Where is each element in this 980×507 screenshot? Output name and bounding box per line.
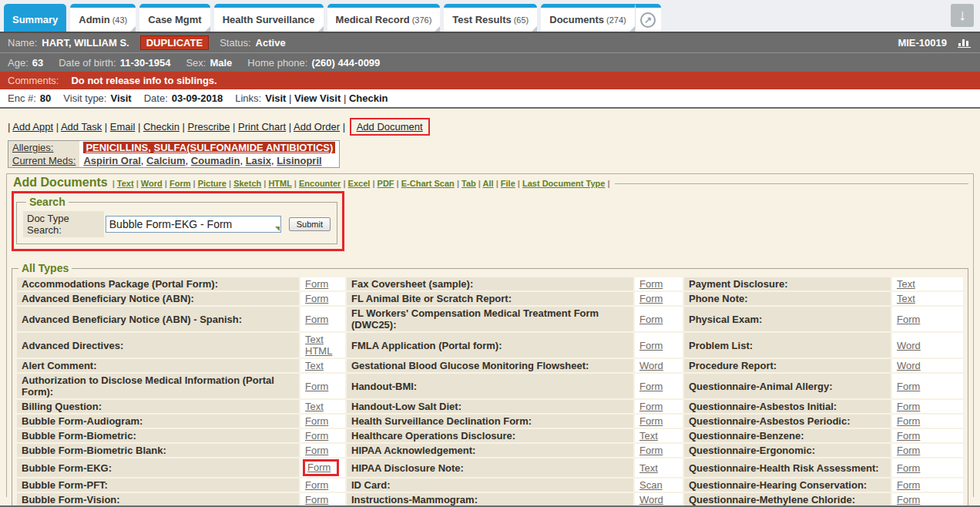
medication-link-lisinopril[interactable]: Lisinopril — [277, 155, 322, 166]
questionnaire-animal-allergy-form-link[interactable]: Form — [897, 381, 920, 392]
physical-exam-form-link[interactable]: Form — [897, 314, 920, 325]
quick-link-print-chart[interactable]: Print Chart — [238, 121, 286, 133]
quick-link-add-document[interactable]: Add Document — [357, 121, 423, 133]
doc-type-actions: Form — [300, 478, 345, 492]
billing-question-text-link[interactable]: Text — [305, 401, 324, 412]
doc-type-link-encounter[interactable]: Encounter — [299, 179, 341, 188]
encounter-link-view-visit[interactable]: View Visit — [294, 92, 341, 104]
quick-link-checkin[interactable]: Checkin — [143, 121, 180, 133]
doc-type-link-picture[interactable]: Picture — [198, 179, 227, 188]
bubble-form-pft-form-link[interactable]: Form — [305, 479, 328, 491]
duplicate-badge[interactable]: DUPLICATE — [140, 35, 209, 50]
quick-link-add-appt[interactable]: Add Appt — [12, 121, 53, 133]
doc-type-label: Advanced Directives: — [17, 333, 299, 358]
doc-type-link-all[interactable]: All — [483, 179, 494, 188]
doc-type-link-e-chart-scan[interactable]: E-Chart Scan — [401, 179, 455, 188]
add-documents-header: Add Documents | Text | Word | Form | Pic… — [13, 176, 968, 190]
hipaa-disclosure-note-text-link[interactable]: Text — [639, 462, 658, 474]
advanced-directives-text-link[interactable]: Text — [305, 334, 341, 345]
medication-link-lasix[interactable]: Lasix — [246, 155, 271, 166]
current-meds-link[interactable]: Current Meds: — [12, 155, 76, 166]
questionnaire-methylene-chloride-form-link[interactable]: Form — [897, 494, 920, 505]
questionnaire-health-risk-assessment-form-link[interactable]: Form — [897, 462, 920, 474]
header-rule — [615, 183, 968, 184]
doc-type-link-html[interactable]: HTML — [268, 179, 291, 188]
submit-button[interactable]: Submit — [289, 217, 331, 231]
allergy-link-penicillins[interactable]: PENICILLINS — [86, 142, 148, 153]
fmla-application-portal-form-form-link[interactable]: Form — [639, 340, 663, 351]
healthcare-operations-disclosure-text-link[interactable]: Text — [639, 430, 658, 442]
fl-workers-compensation-medical-treatment-form-dwc25-form-link[interactable]: Form — [639, 314, 663, 325]
fl-animal-bite-or-scratch-report-form-link[interactable]: Form — [639, 293, 663, 304]
open-in-new-window-button[interactable]: ↗ — [635, 4, 661, 32]
doc-type-link-sketch[interactable]: Sketch — [233, 179, 261, 188]
encounter-bar: Enc #: 80 Visit type: Visit Date: 03-09-… — [0, 89, 980, 109]
handout-bmi-form-link[interactable]: Form — [639, 381, 663, 392]
instructions-mammogram-word-link[interactable]: Word — [639, 494, 663, 505]
payment-disclosure-text-link[interactable]: Text — [897, 278, 915, 290]
doc-type-label: Payment Disclosure: — [684, 277, 891, 290]
medication-link-calcium[interactable]: Calcium — [146, 155, 186, 166]
allergy-link-sulfa-sulfonamide-antibiotics[interactable]: SULFA(SULFONAMIDE ANTIBIOTICS) — [154, 142, 334, 153]
advanced-directives-html-link[interactable]: HTML — [305, 345, 341, 357]
tab-documents[interactable]: Documents(274) — [541, 4, 634, 32]
combo-dropdown-icon[interactable] — [275, 227, 280, 231]
medication-link-aspirin-oral[interactable]: Aspirin Oral — [83, 155, 140, 166]
questionnaire-benzene-form-link[interactable]: Form — [897, 430, 920, 442]
hipaa-acknowledgement-form-link[interactable]: Form — [639, 445, 663, 456]
questionnaire-asbestos-initial-form-link[interactable]: Form — [897, 401, 920, 412]
search-annotation-box: Search Doc Type Search: Submit — [12, 191, 344, 251]
authorization-to-disclose-medical-information-portal-form-form-link[interactable]: Form — [305, 381, 328, 392]
id-card-scan-link[interactable]: Scan — [639, 479, 663, 491]
handout-low-salt-diet-form-link[interactable]: Form — [639, 401, 663, 412]
table-row: Alert Comment:TextGestational Blood Gluc… — [17, 359, 963, 372]
bubble-form-biometric-blank-form-link[interactable]: Form — [305, 445, 328, 456]
tab-summary[interactable]: Summary — [4, 4, 66, 32]
tab-fold-icon — [629, 26, 635, 32]
bubble-form-biometric-form-link[interactable]: Form — [305, 430, 328, 442]
tab-test-results[interactable]: Test Results(65) — [444, 4, 537, 32]
encounter-link-visit[interactable]: Visit — [265, 92, 286, 104]
doc-type-search-input[interactable] — [106, 216, 281, 233]
doc-type-link-pdf[interactable]: PDF — [378, 179, 394, 188]
questionnaire-asbestos-periodic-form-link[interactable]: Form — [897, 415, 920, 427]
allergies-link[interactable]: Allergies: — [12, 142, 53, 153]
doc-type-actions: Form — [635, 400, 683, 413]
tab-label: Test Results — [452, 14, 511, 25]
doc-type-link-last-document-type[interactable]: Last Document Type — [522, 179, 605, 188]
bubble-form-ekg-form-link[interactable]: Form — [307, 462, 331, 473]
doc-type-link-tab[interactable]: Tab — [461, 179, 476, 188]
gestational-blood-glucose-monitoring-flowsheet-word-link[interactable]: Word — [639, 360, 663, 371]
doc-type-link-form[interactable]: Form — [169, 179, 191, 188]
bar-chart-icon[interactable] — [958, 36, 972, 50]
quick-link-prescribe[interactable]: Prescribe — [188, 121, 230, 133]
bubble-form-audiogram-form-link[interactable]: Form — [305, 415, 328, 427]
bubble-form-vision-form-link[interactable]: Form — [305, 494, 328, 505]
advanced-beneficiary-notice-abn-form-link[interactable]: Form — [305, 293, 328, 304]
health-surveillance-declination-form-form-link[interactable]: Form — [639, 415, 663, 427]
medication-link-coumadin[interactable]: Coumadin — [191, 155, 240, 166]
tab-admin[interactable]: Admin(43) — [70, 4, 136, 32]
phone-note-text-link[interactable]: Text — [897, 293, 915, 304]
quick-link-add-order[interactable]: Add Order — [294, 121, 340, 133]
doc-type-link-text[interactable]: Text — [117, 179, 134, 188]
quick-link-add-task[interactable]: Add Task — [61, 121, 102, 133]
advanced-beneficiary-notice-abn-spanish-form-link[interactable]: Form — [305, 314, 328, 325]
tab-medical-record[interactable]: Medical Record(376) — [327, 4, 441, 32]
encounter-link-checkin[interactable]: Checkin — [349, 92, 388, 104]
tab-health-surveillance[interactable]: Health Surveillance — [214, 4, 324, 32]
accommodations-package-portal-form-form-link[interactable]: Form — [305, 278, 328, 290]
doc-type-link-file[interactable]: File — [501, 179, 515, 188]
scroll-down-button[interactable]: ↓ — [951, 4, 974, 27]
procedure-report-word-link[interactable]: Word — [897, 360, 921, 371]
doc-type-link-excel[interactable]: Excel — [348, 179, 371, 188]
fax-coversheet-sample-form-link[interactable]: Form — [639, 278, 663, 290]
questionnaire-hearing-conservation-form-link[interactable]: Form — [897, 479, 920, 491]
doc-type-link-word[interactable]: Word — [141, 179, 163, 188]
doc-type-actions: Text — [635, 429, 683, 442]
tab-case-mgmt[interactable]: Case Mgmt — [139, 4, 210, 32]
problem-list-word-link[interactable]: Word — [897, 340, 921, 351]
quick-link-email[interactable]: Email — [110, 121, 136, 133]
alert-comment-text-link[interactable]: Text — [305, 360, 324, 371]
questionnaire-ergonomic-form-link[interactable]: Form — [897, 445, 920, 456]
